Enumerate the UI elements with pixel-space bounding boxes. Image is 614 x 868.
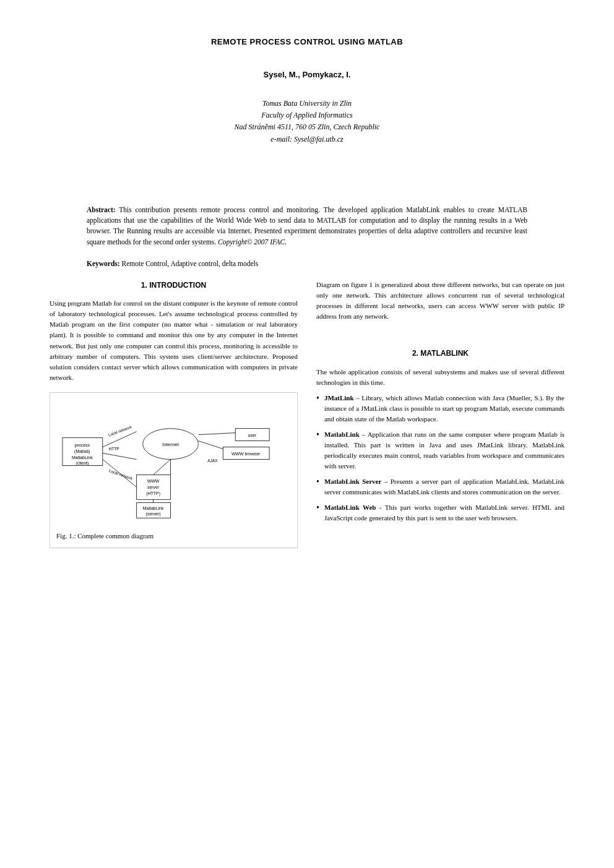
abstract-body: This contribution presents remote proces…: [87, 206, 527, 246]
network-diagram: process (Matlab) MatlabLink (client) Loc…: [56, 399, 291, 523]
svg-text:WWW browser: WWW browser: [231, 451, 261, 455]
bullet-bold-4: MatlabLink Web: [324, 504, 376, 511]
address: Nad Stráněmi 4511, 760 05 Zlin, Czech Re…: [50, 121, 564, 133]
bullet-item-3: • MatlabLink Server – Presents a server …: [316, 476, 564, 497]
diagram-caption: Fig. 1.: Complete common diagram: [56, 531, 291, 541]
section2-title: 2. MATLABLINK: [316, 348, 564, 359]
bullet-item-4: • MatlabLink Web - This part works toget…: [316, 502, 564, 523]
svg-text:AJAX: AJAX: [207, 458, 218, 463]
svg-text:process: process: [75, 442, 90, 447]
bullet-text-2: MatlabLink – Application that runs on th…: [324, 429, 564, 471]
svg-text:HTTP: HTTP: [109, 446, 119, 450]
section1-title: 1. INTRODUCTION: [50, 280, 298, 291]
bullet-dot-3: •: [316, 478, 319, 497]
svg-text:MatlabLink: MatlabLink: [72, 455, 93, 459]
page-title: REMOTE PROCESS CONTROL USING MATLAB: [50, 37, 564, 46]
svg-text:MatlabLink: MatlabLink: [143, 506, 164, 510]
svg-line-30: [154, 459, 171, 475]
bullet-text-4: MatlabLink Web - This part works togethe…: [324, 502, 564, 523]
bullet-bold-1: JMatLink: [324, 394, 354, 402]
bullet-dot-2: •: [316, 431, 319, 471]
section1-para1: Using program Matlab for control on the …: [50, 298, 298, 382]
svg-line-26: [198, 440, 223, 449]
bullet-bold-2: MatlabLink: [324, 431, 360, 438]
bullet-dot-1: •: [316, 394, 319, 424]
bullet-item-2: • MatlabLink – Application that runs on …: [316, 429, 564, 471]
bullet-item-1: • JMatLink – Library, which allows Matla…: [316, 393, 564, 424]
bullet-text-3: MatlabLink Server – Presents a server pa…: [324, 476, 564, 497]
svg-line-6: [103, 453, 137, 459]
svg-text:Local network: Local network: [108, 468, 134, 481]
svg-text:(server): (server): [146, 512, 161, 517]
svg-text:Internet: Internet: [162, 441, 179, 447]
abstract-copyright: Copyright© 2007 IFAC.: [218, 238, 287, 246]
diagram-container: process (Matlab) MatlabLink (client) Loc…: [50, 392, 298, 548]
svg-text:server: server: [147, 485, 160, 489]
svg-text:(client): (client): [76, 461, 89, 466]
authors: Sysel, M., Pomykacz, I.: [50, 70, 564, 79]
abstract-label: Abstract:: [87, 206, 116, 213]
svg-text:user: user: [248, 432, 256, 437]
university: Tomas Bata University in Zlin: [50, 98, 564, 110]
keywords-label: Keywords:: [87, 260, 120, 267]
svg-text:(Matlab): (Matlab): [74, 449, 90, 453]
svg-line-25: [198, 432, 235, 434]
keywords-text: Remote Control, Adaptive control, delta …: [122, 260, 259, 267]
faculty: Faculty of Applied Informatics: [50, 110, 564, 121]
section2-intro: The whole application consists of severa…: [316, 367, 564, 388]
bullet-list: • JMatLink – Library, which allows Matla…: [316, 393, 564, 524]
keywords-section: Keywords: Remote Control, Adaptive contr…: [87, 260, 527, 267]
svg-text:(HTTP): (HTTP): [146, 491, 160, 496]
email: e-mail: Sysel@fai.utb.cz: [50, 134, 564, 145]
bullet-dot-4: •: [316, 504, 319, 523]
section1-right-para: Diagram on figure 1 is generalized about…: [316, 280, 564, 322]
bullet-text-1: JMatLink – Library, which allows Matlab …: [324, 393, 564, 424]
bullet-bold-3: MatlabLink Server: [324, 478, 381, 485]
abstract-text: Abstract: This contribution presents rem…: [87, 205, 527, 247]
svg-text:WWW: WWW: [147, 479, 160, 483]
